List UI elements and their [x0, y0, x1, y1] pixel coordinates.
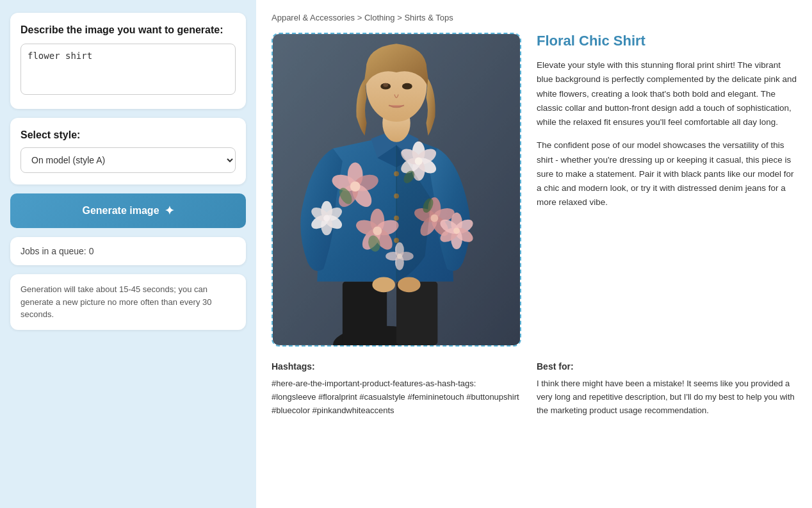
product-desc-1: Elevate your style with this stunning fl…	[537, 58, 797, 129]
sparkle-icon: ✦	[165, 204, 174, 218]
svg-rect-4	[396, 282, 437, 345]
svg-point-22	[415, 158, 423, 165]
product-description: Floral Chic Shirt Elevate your style wit…	[537, 33, 797, 347]
svg-point-64	[398, 277, 421, 293]
svg-point-48	[453, 227, 460, 234]
svg-point-15	[350, 181, 361, 192]
content-grid: Floral Chic Shirt Elevate your style wit…	[272, 33, 797, 347]
hashtags-text: #here-are-the-important-product-features…	[272, 379, 519, 415]
bestfor-heading: Best for:	[537, 359, 797, 373]
product-title: Floral Chic Shirt	[537, 33, 797, 49]
hashtags-heading: Hashtags:	[272, 359, 521, 373]
describe-input[interactable]: flower shirt	[20, 44, 236, 95]
style-select[interactable]: On model (style A) Flat lay (style B) Gh…	[20, 147, 236, 173]
product-image	[273, 34, 520, 345]
svg-point-62	[383, 83, 388, 87]
bottom-grid: Hashtags: #here-are-the-important-produc…	[272, 359, 797, 418]
svg-point-61	[402, 83, 412, 90]
style-label: Select style:	[20, 129, 236, 141]
breadcrumb: Apparel & Accessories > Clothing > Shirt…	[272, 13, 797, 22]
right-panel: Apparel & Accessories > Clothing > Shirt…	[256, 0, 812, 508]
hashtags-section: Hashtags: #here-are-the-important-produc…	[272, 359, 521, 418]
queue-card: Jobs in a queue: 0	[10, 237, 246, 265]
svg-point-41	[430, 215, 438, 222]
svg-point-35	[323, 215, 330, 222]
info-text: Generation will take about 15-45 seconds…	[20, 284, 211, 319]
bestfor-section: Best for: I think there might have been …	[537, 359, 797, 418]
describe-label: Describe the image you want to generate:	[20, 24, 236, 36]
style-card: Select style: On model (style A) Flat la…	[10, 118, 246, 184]
generate-button[interactable]: Generate image ✦	[10, 193, 246, 228]
product-image-container	[272, 33, 521, 347]
describe-card: Describe the image you want to generate:…	[10, 13, 246, 109]
left-panel: Describe the image you want to generate:…	[0, 0, 256, 508]
product-desc-2: The confident pose of our model showcase…	[537, 138, 797, 209]
info-card: Generation will take about 15-45 seconds…	[10, 274, 246, 330]
svg-point-63	[372, 277, 395, 293]
bestfor-text: I think there might have been a mistake!…	[537, 379, 795, 415]
svg-point-28	[373, 226, 382, 235]
queue-text: Jobs in a queue: 0	[20, 246, 93, 256]
generate-label: Generate image	[82, 205, 159, 217]
